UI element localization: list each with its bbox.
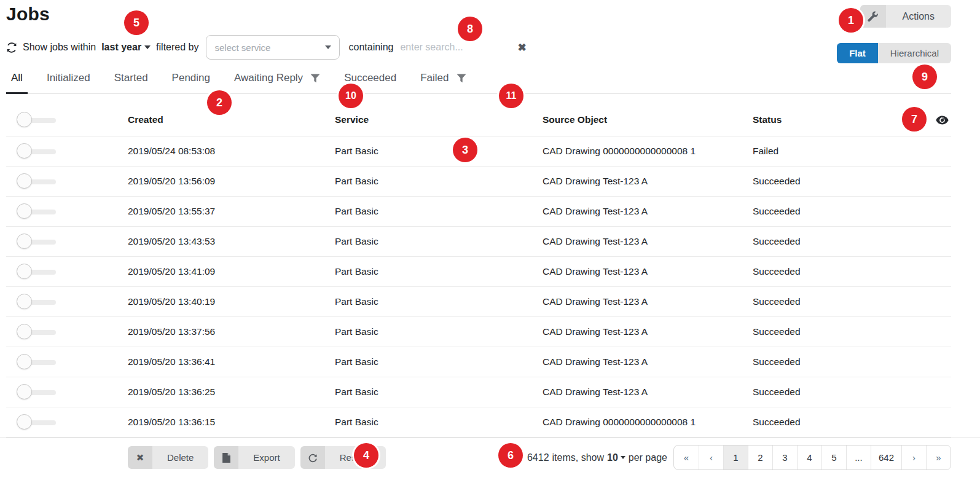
clear-search-icon[interactable]: ✖ xyxy=(517,41,526,54)
toggle-knob xyxy=(17,324,32,339)
cell-status: Succeeded xyxy=(753,176,951,187)
time-range-dropdown[interactable]: last year xyxy=(101,42,151,53)
view-mode-toggle: Flat Hierarchical xyxy=(837,43,951,63)
refresh-icon[interactable] xyxy=(6,42,17,53)
select-all-toggle[interactable] xyxy=(17,112,57,128)
toggle-knob xyxy=(17,234,32,249)
cell-status: Succeeded xyxy=(753,356,951,367)
row-select-toggle[interactable] xyxy=(17,203,57,220)
tab-pending[interactable]: Pending xyxy=(167,68,215,94)
tab-label: Pending xyxy=(172,72,210,84)
cell-source-object: CAD Drawing Test-123 A xyxy=(543,266,753,277)
pagination-page-642[interactable]: 642 xyxy=(871,446,901,469)
cell-created: 2019/05/20 13:36:15 xyxy=(128,417,335,428)
tab-label: Initialized xyxy=(47,72,90,84)
row-toggle-cell xyxy=(6,203,128,220)
annotation-badge-1: 1 xyxy=(839,8,863,33)
tab-initialized[interactable]: Initialized xyxy=(42,68,95,94)
tab-failed[interactable]: Failed xyxy=(415,68,471,94)
pagination-page-4[interactable]: 4 xyxy=(797,446,821,469)
funnel-filter-icon[interactable] xyxy=(310,74,320,83)
eye-icon[interactable] xyxy=(936,116,949,125)
search-input[interactable] xyxy=(399,41,508,53)
tab-started[interactable]: Started xyxy=(109,68,153,94)
table-row[interactable]: 2019/05/20 13:36:41 Part Basic CAD Drawi… xyxy=(6,347,951,377)
file-icon xyxy=(214,446,238,469)
table-row[interactable]: 2019/05/20 13:41:09 Part Basic CAD Drawi… xyxy=(6,257,951,287)
row-select-toggle[interactable] xyxy=(17,354,57,371)
items-summary: 6412 items, show 10 per page xyxy=(527,452,667,463)
row-select-toggle[interactable] xyxy=(17,234,57,250)
time-range-value: last year xyxy=(101,42,141,53)
pagination-page-1[interactable]: 1 xyxy=(723,446,748,469)
toggle-knob xyxy=(17,264,32,279)
flat-view-button[interactable]: Flat xyxy=(837,43,878,63)
table-row[interactable]: 2019/05/20 13:36:25 Part Basic CAD Drawi… xyxy=(6,377,951,407)
tab-label: All xyxy=(11,72,23,84)
per-page-text: per page xyxy=(629,452,667,463)
show-jobs-label: Show jobs within xyxy=(23,42,96,53)
tab-label: Started xyxy=(114,72,148,84)
cell-created: 2019/05/20 13:55:37 xyxy=(128,206,335,217)
tab-awaiting-reply[interactable]: Awaiting Reply xyxy=(229,68,325,94)
cell-created: 2019/05/24 08:53:08 xyxy=(128,146,335,157)
export-button[interactable]: Export xyxy=(214,446,294,469)
filtered-by-label: filtered by xyxy=(156,42,198,53)
delete-button[interactable]: ✖ Delete xyxy=(128,446,208,469)
cell-created: 2019/05/20 13:43:53 xyxy=(128,236,335,247)
table-row[interactable]: 2019/05/24 08:53:08 Part Basic CAD Drawi… xyxy=(6,136,951,167)
pagination-page-3[interactable]: 3 xyxy=(772,446,797,469)
cell-status: Succeeded xyxy=(753,387,951,398)
row-select-toggle[interactable] xyxy=(17,143,57,160)
row-toggle-cell xyxy=(6,384,128,401)
wrench-icon xyxy=(860,5,886,28)
cell-service: Part Basic xyxy=(335,356,543,367)
table-footer: ✖ Delete Export Resend 6412 items, show … xyxy=(0,438,980,470)
cell-status: Succeeded xyxy=(753,266,951,277)
export-button-label: Export xyxy=(238,446,294,469)
service-select-placeholder: select service xyxy=(214,42,270,53)
toggle-knob xyxy=(17,384,32,399)
row-select-toggle[interactable] xyxy=(17,173,57,190)
pagination-page-2[interactable]: 2 xyxy=(748,446,772,469)
service-select[interactable]: select service xyxy=(206,35,340,60)
hierarchical-view-button[interactable]: Hierarchical xyxy=(878,43,951,63)
page-size-dropdown[interactable]: 10 xyxy=(607,452,625,463)
row-select-toggle[interactable] xyxy=(17,264,57,280)
row-select-toggle[interactable] xyxy=(17,414,57,431)
row-toggle-cell xyxy=(6,173,128,190)
bulk-actions: ✖ Delete Export Resend xyxy=(128,446,386,469)
funnel-filter-icon[interactable] xyxy=(457,74,466,83)
containing-label: containing xyxy=(348,42,393,53)
pagination-next[interactable]: › xyxy=(901,446,926,469)
pagination-last[interactable]: » xyxy=(926,446,951,469)
cell-status: Succeeded xyxy=(753,417,951,428)
pagination-page-5[interactable]: 5 xyxy=(821,446,846,469)
table-row[interactable]: 2019/05/20 13:40:19 Part Basic CAD Drawi… xyxy=(6,287,951,317)
table-row[interactable]: 2019/05/20 13:55:37 Part Basic CAD Drawi… xyxy=(6,197,951,227)
cell-source-object: CAD Drawing Test-123 A xyxy=(543,296,753,307)
cell-service: Part Basic xyxy=(335,146,543,157)
cell-created: 2019/05/20 13:36:25 xyxy=(128,387,335,398)
tab-all[interactable]: All xyxy=(6,68,28,94)
row-toggle-cell xyxy=(6,143,128,160)
table-row[interactable]: 2019/05/20 13:43:53 Part Basic CAD Drawi… xyxy=(6,227,951,257)
cell-service: Part Basic xyxy=(335,236,543,247)
tab-label: Succeeded xyxy=(344,72,396,84)
table-row[interactable]: 2019/05/20 13:56:09 Part Basic CAD Drawi… xyxy=(6,167,951,197)
toggle-knob xyxy=(17,143,32,159)
chevron-down-icon xyxy=(144,45,151,49)
table-row[interactable]: 2019/05/20 13:36:15 Part Basic CAD Drawi… xyxy=(6,407,951,438)
items-count: 6412 xyxy=(527,452,549,463)
row-select-toggle[interactable] xyxy=(17,324,57,340)
actions-button[interactable]: Actions xyxy=(860,5,951,28)
pagination-first[interactable]: « xyxy=(674,446,699,469)
row-select-toggle[interactable] xyxy=(17,294,57,310)
tab-label: Failed xyxy=(420,72,449,84)
pagination-ellipsis[interactable]: ... xyxy=(846,446,871,469)
row-select-toggle[interactable] xyxy=(17,384,57,401)
pagination-prev[interactable]: ‹ xyxy=(699,446,723,469)
cell-service: Part Basic xyxy=(335,326,543,337)
cell-source-object: CAD Drawing Test-123 A xyxy=(543,206,753,217)
table-row[interactable]: 2019/05/20 13:37:56 Part Basic CAD Drawi… xyxy=(6,317,951,347)
